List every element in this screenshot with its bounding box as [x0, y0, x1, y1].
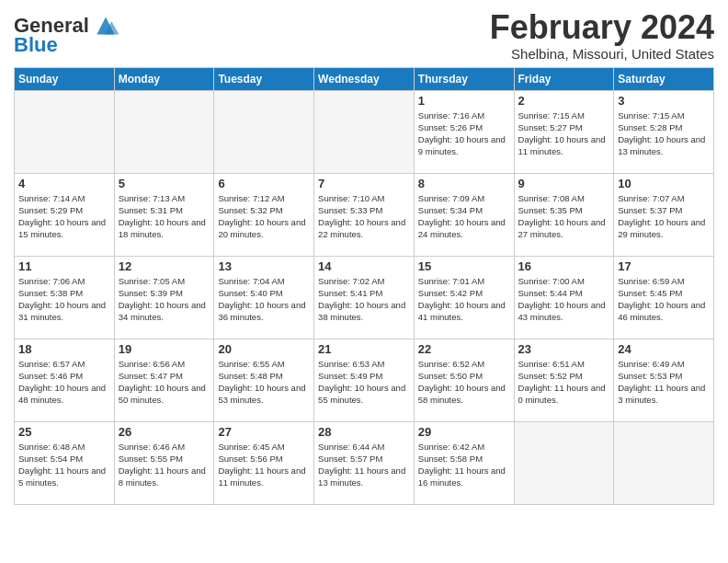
day-number: 2 [518, 94, 610, 108]
sunrise-label: Sunrise: 6:48 AM [18, 442, 85, 452]
day-number: 19 [119, 342, 210, 356]
day-info: Sunrise: 7:05 AMSunset: 5:39 PMDaylight:… [119, 275, 210, 324]
daylight-label: Daylight: 10 hours and 41 minutes. [418, 300, 506, 322]
day-number: 18 [18, 342, 110, 356]
day-number: 4 [18, 177, 110, 190]
day-info: Sunrise: 7:14 AMSunset: 5:29 PMDaylight:… [18, 192, 110, 241]
day-number: 13 [218, 259, 310, 273]
day-cell-18: 18Sunrise: 6:57 AMSunset: 5:46 PMDayligh… [15, 339, 115, 421]
sunrise-label: Sunrise: 7:04 AM [218, 276, 284, 286]
sunrise-label: Sunrise: 6:56 AM [119, 359, 185, 369]
daylight-label: Daylight: 10 hours and 24 minutes. [418, 217, 506, 239]
sunset-label: Sunset: 5:42 PM [418, 288, 483, 298]
day-number: 29 [418, 425, 510, 439]
day-info: Sunrise: 7:00 AMSunset: 5:44 PMDaylight:… [518, 275, 610, 324]
sunrise-label: Sunrise: 7:09 AM [418, 193, 484, 203]
daylight-label: Daylight: 10 hours and 27 minutes. [518, 217, 606, 239]
day-cell-22: 22Sunrise: 6:52 AMSunset: 5:50 PMDayligh… [414, 339, 514, 421]
day-cell-28: 28Sunrise: 6:44 AMSunset: 5:57 PMDayligh… [314, 421, 415, 504]
sunset-label: Sunset: 5:58 PM [418, 454, 483, 464]
empty-cell [214, 90, 314, 173]
day-cell-9: 9Sunrise: 7:08 AMSunset: 5:35 PMDaylight… [514, 173, 614, 256]
sunset-label: Sunset: 5:57 PM [318, 454, 382, 464]
sunrise-label: Sunrise: 7:14 AM [18, 193, 85, 203]
subtitle: Shelbina, Missouri, United States [490, 46, 714, 62]
day-cell-7: 7Sunrise: 7:10 AMSunset: 5:33 PMDaylight… [314, 173, 415, 256]
day-info: Sunrise: 7:08 AMSunset: 5:35 PMDaylight:… [518, 192, 610, 241]
day-number: 3 [618, 94, 710, 108]
sunrise-label: Sunrise: 6:52 AM [418, 359, 484, 369]
day-info: Sunrise: 7:06 AMSunset: 5:38 PMDaylight:… [18, 275, 110, 324]
logo-icon [91, 13, 120, 39]
sunrise-label: Sunrise: 7:16 AM [418, 110, 484, 121]
day-of-week-wednesday: Wednesday [314, 67, 415, 90]
day-number: 6 [218, 177, 310, 190]
day-cell-26: 26Sunrise: 6:46 AMSunset: 5:55 PMDayligh… [114, 421, 214, 504]
day-number: 10 [618, 177, 710, 190]
sunrise-label: Sunrise: 6:53 AM [318, 359, 384, 369]
daylight-label: Daylight: 10 hours and 29 minutes. [618, 217, 705, 239]
day-number: 22 [418, 342, 510, 356]
sunset-label: Sunset: 5:55 PM [119, 454, 183, 464]
day-info: Sunrise: 6:52 AMSunset: 5:50 PMDaylight:… [418, 358, 510, 407]
sunset-label: Sunset: 5:48 PM [218, 371, 282, 381]
day-cell-4: 4Sunrise: 7:14 AMSunset: 5:29 PMDaylight… [15, 173, 115, 256]
sunrise-label: Sunrise: 6:51 AM [518, 359, 585, 369]
sunrise-label: Sunrise: 7:02 AM [318, 276, 384, 286]
daylight-label: Daylight: 10 hours and 22 minutes. [318, 217, 405, 239]
day-number: 24 [618, 342, 710, 356]
week-row-1: 1Sunrise: 7:16 AMSunset: 5:26 PMDaylight… [15, 90, 714, 173]
sunset-label: Sunset: 5:28 PM [618, 122, 682, 132]
day-info: Sunrise: 7:15 AMSunset: 5:28 PMDaylight:… [618, 109, 710, 158]
empty-cell [314, 90, 415, 173]
sunset-label: Sunset: 5:29 PM [18, 205, 83, 215]
sunset-label: Sunset: 5:37 PM [618, 205, 682, 215]
sunset-label: Sunset: 5:56 PM [218, 454, 282, 464]
day-of-week-sunday: Sunday [15, 67, 115, 90]
sunset-label: Sunset: 5:45 PM [618, 288, 682, 298]
day-info: Sunrise: 6:51 AMSunset: 5:52 PMDaylight:… [518, 358, 610, 407]
day-number: 14 [318, 259, 410, 273]
sunrise-label: Sunrise: 6:55 AM [218, 359, 284, 369]
sunrise-label: Sunrise: 6:45 AM [218, 442, 284, 452]
week-row-5: 25Sunrise: 6:48 AMSunset: 5:54 PMDayligh… [15, 421, 714, 504]
daylight-label: Daylight: 10 hours and 31 minutes. [18, 300, 106, 322]
day-cell-6: 6Sunrise: 7:12 AMSunset: 5:32 PMDaylight… [214, 173, 314, 256]
sunrise-label: Sunrise: 7:15 AM [618, 110, 684, 121]
sunrise-label: Sunrise: 6:49 AM [618, 359, 684, 369]
sunrise-label: Sunrise: 7:15 AM [518, 110, 585, 121]
day-number: 26 [119, 425, 210, 439]
day-info: Sunrise: 6:44 AMSunset: 5:57 PMDaylight:… [318, 441, 410, 489]
logo: General Blue [14, 13, 120, 55]
day-info: Sunrise: 7:12 AMSunset: 5:32 PMDaylight:… [218, 192, 310, 241]
sunrise-label: Sunrise: 7:07 AM [618, 193, 684, 203]
daylight-label: Daylight: 10 hours and 9 minutes. [418, 134, 506, 156]
daylight-label: Daylight: 11 hours and 5 minutes. [18, 465, 106, 488]
day-cell-17: 17Sunrise: 6:59 AMSunset: 5:45 PMDayligh… [614, 256, 714, 339]
week-row-2: 4Sunrise: 7:14 AMSunset: 5:29 PMDaylight… [15, 173, 714, 256]
sunset-label: Sunset: 5:39 PM [119, 288, 183, 298]
title-block: February 2024 Shelbina, Missouri, United… [490, 9, 714, 62]
sunrise-label: Sunrise: 6:57 AM [18, 359, 85, 369]
daylight-label: Daylight: 10 hours and 58 minutes. [418, 383, 506, 405]
sunrise-label: Sunrise: 7:01 AM [418, 276, 484, 286]
daylight-label: Daylight: 11 hours and 11 minutes. [218, 465, 305, 488]
day-number: 23 [518, 342, 610, 356]
day-cell-5: 5Sunrise: 7:13 AMSunset: 5:31 PMDaylight… [114, 173, 214, 256]
sunrise-label: Sunrise: 7:08 AM [518, 193, 585, 203]
empty-cell [614, 421, 714, 504]
sunset-label: Sunset: 5:47 PM [119, 371, 183, 381]
day-cell-16: 16Sunrise: 7:00 AMSunset: 5:44 PMDayligh… [514, 256, 614, 339]
main-title: February 2024 [490, 9, 714, 46]
daylight-label: Daylight: 11 hours and 13 minutes. [318, 465, 405, 488]
day-info: Sunrise: 6:57 AMSunset: 5:46 PMDaylight:… [18, 358, 110, 407]
day-number: 17 [618, 259, 710, 273]
day-info: Sunrise: 6:46 AMSunset: 5:55 PMDaylight:… [119, 441, 210, 489]
sunset-label: Sunset: 5:38 PM [18, 288, 83, 298]
daylight-label: Daylight: 10 hours and 50 minutes. [119, 383, 206, 405]
sunrise-label: Sunrise: 7:13 AM [119, 193, 185, 203]
day-cell-19: 19Sunrise: 6:56 AMSunset: 5:47 PMDayligh… [114, 339, 214, 421]
daylight-label: Daylight: 10 hours and 34 minutes. [119, 300, 206, 322]
day-info: Sunrise: 7:16 AMSunset: 5:26 PMDaylight:… [418, 109, 510, 158]
calendar: SundayMondayTuesdayWednesdayThursdayFrid… [14, 67, 714, 505]
